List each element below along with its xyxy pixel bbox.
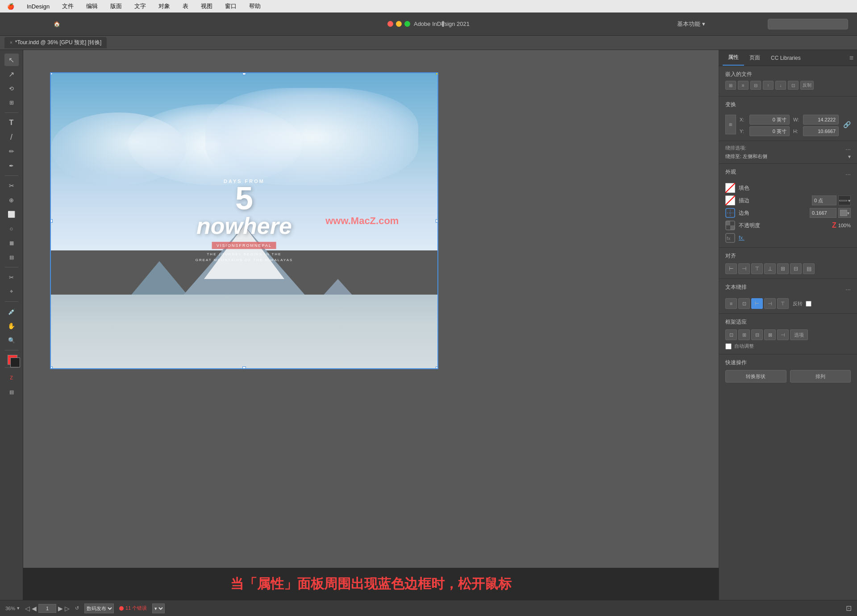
refresh-icon[interactable]: ↺ — [75, 605, 79, 611]
align-left-icon[interactable]: ⊞ — [725, 81, 736, 90]
table-tool[interactable]: ▦ — [4, 237, 19, 249]
wrap-none[interactable]: ≡ — [725, 298, 737, 309]
search-box[interactable] — [768, 19, 848, 29]
corner-icon[interactable] — [725, 208, 735, 218]
menu-text[interactable]: 文字 — [132, 1, 149, 11]
transform-tool[interactable]: ⌖ — [4, 285, 19, 298]
bar-tool[interactable]: ▤ — [4, 251, 19, 263]
menu-help[interactable]: 帮助 — [246, 1, 263, 11]
handle-bottom-center[interactable] — [242, 366, 246, 369]
line-tool[interactable]: / — [4, 131, 19, 143]
next-page-btn[interactable]: ▶ — [58, 605, 63, 612]
menu-file[interactable]: 文件 — [59, 1, 76, 11]
corner-type-dropdown[interactable]: ▾ — [838, 208, 851, 218]
align-right-edges[interactable]: ⊤ — [751, 263, 763, 274]
menu-table[interactable]: 表 — [180, 1, 191, 11]
error-dropdown[interactable]: ▾ — [152, 604, 165, 613]
canvas-frame[interactable]: DAYS FROM 5 nowhere VISIONSFROMNEPAL THE… — [50, 72, 438, 369]
view-mode-btn[interactable]: ⊡ — [846, 604, 852, 612]
wrap-jump-object[interactable]: ⊣ — [764, 298, 776, 309]
frame-fit-5[interactable]: ⊣ — [777, 329, 789, 340]
menu-layout[interactable]: 版面 — [108, 1, 125, 11]
tab-close-icon[interactable]: × — [10, 40, 12, 45]
handle-mid-right[interactable] — [436, 219, 438, 223]
arrange-btn[interactable]: 排列 — [790, 370, 851, 383]
handle-mid-left[interactable] — [50, 219, 53, 223]
align-middle-icon[interactable]: ↓ — [775, 81, 786, 90]
first-page-btn[interactable]: ◁ — [25, 605, 30, 612]
align-left-edges[interactable]: ⊢ — [725, 263, 737, 274]
align-bottom-icon[interactable]: ⊡ — [788, 81, 799, 90]
crosshair-tool[interactable]: ⊕ — [4, 194, 19, 206]
frame-fit-2[interactable]: ⊞ — [738, 329, 750, 340]
appearance-more-icon[interactable]: ··· — [845, 171, 851, 178]
cut-tool[interactable]: ✂ — [4, 271, 19, 283]
page-tool[interactable]: ⊞ — [4, 96, 19, 109]
fill-stroke-indicator[interactable] — [7, 354, 17, 364]
align-bottom-edges[interactable]: ⊟ — [790, 263, 802, 274]
opacity-icon[interactable] — [725, 221, 735, 230]
frame-fit-3[interactable]: ⊟ — [751, 329, 763, 340]
direct-select-tool[interactable]: ↗ — [4, 68, 19, 80]
transform-reference-point[interactable]: ⊞ — [725, 115, 736, 134]
fill-swatch[interactable] — [725, 183, 735, 193]
wrap-object-shape[interactable]: ⊢ — [751, 298, 763, 309]
hand-tool[interactable]: ✋ — [4, 320, 19, 332]
fx-icon[interactable]: fx — [725, 233, 735, 243]
rectangle-tool[interactable]: ⬜ — [4, 208, 19, 221]
home-icon[interactable]: 🏠 — [54, 21, 60, 27]
distribute-left[interactable]: ▤ — [803, 263, 815, 274]
select-tool[interactable]: ↖ — [4, 54, 19, 66]
menu-edit[interactable]: 编辑 — [83, 1, 100, 11]
pen-tool[interactable]: ✒ — [4, 159, 19, 172]
handle-top-center[interactable] — [242, 72, 246, 75]
reverse-btn[interactable]: 反制 — [800, 81, 814, 90]
last-page-btn[interactable]: ▷ — [65, 605, 70, 612]
tab-pages[interactable]: 页面 — [744, 50, 765, 65]
eyedropper-tool[interactable]: 💉 — [4, 305, 19, 318]
sort-more-icon[interactable]: ··· — [845, 146, 851, 153]
x-input[interactable] — [749, 115, 790, 125]
frame-fit-1[interactable]: ⊡ — [725, 329, 737, 340]
frame-fit-4[interactable]: ⊠ — [764, 329, 776, 340]
align-right-icon[interactable]: ⊟ — [750, 81, 761, 90]
fullscreen-button[interactable] — [404, 21, 410, 27]
sort-dropdown-icon[interactable]: ▾ — [848, 154, 851, 160]
view-mode[interactable]: ▤ — [4, 386, 19, 398]
minimize-button[interactable] — [396, 21, 402, 27]
menu-object[interactable]: 对象 — [156, 1, 173, 11]
handle-top-right[interactable] — [436, 72, 438, 75]
wrap-jump-to-next[interactable]: ⊤ — [777, 298, 789, 309]
page-number-input[interactable] — [38, 604, 56, 613]
zoom-selector[interactable]: 36% ▾ — [5, 605, 20, 611]
mode-toggle[interactable]: Z — [4, 371, 19, 384]
h-input[interactable] — [803, 126, 839, 136]
frame-options-btn[interactable]: 选项 — [790, 329, 808, 340]
align-top-icon[interactable]: ↑ — [763, 81, 774, 90]
zoom-tool[interactable]: 🔍 — [4, 334, 19, 346]
close-button[interactable] — [387, 21, 393, 27]
prev-page-btn[interactable]: ◀ — [32, 605, 37, 612]
wrap-bounding-box[interactable]: ⊡ — [738, 298, 750, 309]
handle-bottom-right[interactable] — [436, 366, 438, 369]
rotate-tool[interactable]: ⟲ — [4, 82, 19, 95]
menu-view[interactable]: 视图 — [198, 1, 215, 11]
handle-bottom-left[interactable] — [50, 366, 53, 369]
tab-cc-libraries[interactable]: CC Libraries — [765, 51, 806, 65]
menu-indesign[interactable]: InDesign — [24, 2, 52, 11]
align-horizontal-centers[interactable]: ⊣ — [738, 263, 750, 274]
chain-icon[interactable]: 🔗 — [843, 115, 851, 134]
reverse-checkbox[interactable] — [806, 301, 811, 307]
textwrap-more-icon[interactable]: ··· — [845, 286, 851, 293]
publish-dropdown[interactable]: 数码发布 — [84, 604, 114, 613]
convert-shape-btn[interactable]: 转换形状 — [725, 370, 786, 383]
menu-window[interactable]: 窗口 — [222, 1, 239, 11]
workspace-selector[interactable]: 基本功能 ▾ — [677, 20, 705, 28]
type-tool[interactable]: T — [4, 117, 19, 129]
pencil-tool[interactable]: ✏ — [4, 145, 19, 158]
tab-properties[interactable]: 属性 — [723, 50, 744, 66]
fx-label[interactable]: fx. — [739, 235, 745, 241]
auto-adjust-checkbox[interactable] — [725, 343, 732, 350]
w-input[interactable] — [803, 115, 839, 125]
error-badge[interactable]: 11 个错误 — [119, 605, 147, 612]
